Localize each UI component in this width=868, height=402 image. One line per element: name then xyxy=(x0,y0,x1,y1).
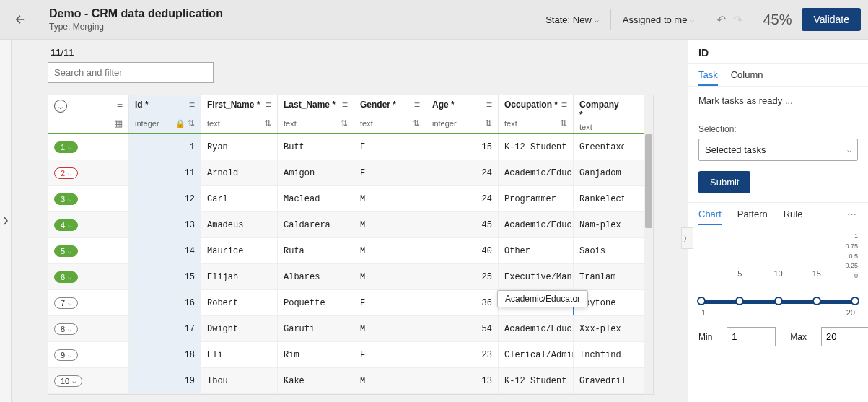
cell-age[interactable]: 25 xyxy=(426,264,499,289)
cell-occupation[interactable]: Other xyxy=(499,238,574,263)
cell-first-name[interactable]: Elijah xyxy=(201,264,278,289)
cell-occupation[interactable]: Programmer xyxy=(499,186,574,211)
status-pill[interactable]: 4 ⌵ xyxy=(54,219,78,231)
status-pill[interactable]: 8 ⌵ xyxy=(54,323,78,335)
status-pill[interactable]: 5 ⌵ xyxy=(54,245,78,257)
cell-company[interactable]: Tranlam xyxy=(574,264,624,289)
column-header-gender[interactable]: Gender *≡ text⇅ xyxy=(354,95,426,133)
slider-handle[interactable] xyxy=(774,297,783,305)
cell-gender[interactable]: M xyxy=(354,212,426,237)
cell-company[interactable]: Nam-plex xyxy=(574,212,624,237)
cell-last-name[interactable]: Rim xyxy=(278,342,354,367)
submit-button[interactable]: Submit xyxy=(698,171,750,193)
menu-icon[interactable]: ≡ xyxy=(486,100,492,110)
subtab-rule[interactable]: Rule xyxy=(784,209,803,225)
menu-icon[interactable]: ≡ xyxy=(189,100,195,110)
cell-last-name[interactable]: Garufi xyxy=(278,316,354,341)
menu-icon[interactable]: ≡ xyxy=(117,101,123,111)
undo-icon[interactable]: ↶ xyxy=(716,13,726,27)
row-selector[interactable]: 4 ⌵ xyxy=(48,212,129,237)
menu-icon[interactable]: ≡ xyxy=(414,100,420,110)
cell-age[interactable]: 40 xyxy=(426,238,499,263)
cell-id[interactable]: 15 xyxy=(129,264,201,289)
cell-id[interactable]: 17 xyxy=(129,316,201,341)
cell-id[interactable]: 14 xyxy=(129,238,201,263)
cell-gender[interactable]: M xyxy=(354,368,426,393)
cell-company[interactable]: Saois xyxy=(574,238,624,263)
cell-age[interactable]: 15 xyxy=(426,134,499,160)
menu-icon[interactable]: ≡ xyxy=(561,100,567,110)
cell-occupation[interactable]: K-12 Student xyxy=(499,368,574,393)
cell-id[interactable]: 19 xyxy=(129,368,201,393)
cell-age[interactable]: 13 xyxy=(426,368,499,393)
cell-gender[interactable]: F xyxy=(354,342,426,367)
cell-last-name[interactable]: Kaké xyxy=(278,368,354,393)
cell-first-name[interactable]: Eli xyxy=(201,342,278,367)
table-row[interactable]: 3 ⌵12CarlMacleadM24ProgrammerRankelect xyxy=(48,186,653,212)
cell-age[interactable]: 45 xyxy=(426,212,499,237)
cell-age[interactable]: 24 xyxy=(426,160,499,185)
table-row[interactable]: 6 ⌵15ElijahAlbaresM25Executive/Man...Tra… xyxy=(48,264,653,290)
cell-last-name[interactable]: Albares xyxy=(278,264,354,289)
table-row[interactable]: 4 ⌵13AmadeusCaldareraM45Academic/Educ...… xyxy=(48,212,653,238)
cell-occupation[interactable]: K-12 Student xyxy=(499,134,574,160)
row-selector[interactable]: 2 ⌵ xyxy=(48,160,129,185)
cell-company[interactable]: Xxx-plex xyxy=(574,316,624,341)
column-header-id[interactable]: Id *≡ integer🔒 ⇅ xyxy=(129,95,201,133)
sort-icon[interactable]: ⇅ xyxy=(560,118,567,128)
slider-handle[interactable] xyxy=(697,297,706,305)
subtab-pattern[interactable]: Pattern xyxy=(737,209,768,225)
cell-first-name[interactable]: Carl xyxy=(201,186,278,211)
slider-handle[interactable] xyxy=(812,297,821,305)
column-header-company[interactable]: Company * text xyxy=(574,95,624,133)
cell-occupation[interactable]: Academic/Educ... xyxy=(499,160,574,185)
row-selector[interactable]: 9 ⌵ xyxy=(48,342,129,367)
status-pill[interactable]: 3 ⌵ xyxy=(54,193,78,205)
slider-handle[interactable] xyxy=(735,297,744,305)
cell-occupation[interactable]: Academic/Educ... xyxy=(499,212,574,237)
cell-last-name[interactable]: Amigon xyxy=(278,160,354,185)
cell-gender[interactable]: F xyxy=(354,290,426,315)
cell-age[interactable]: 23 xyxy=(426,342,499,367)
selection-dropdown[interactable]: Selected tasks ⌵ xyxy=(698,139,858,161)
cell-gender[interactable]: M xyxy=(354,316,426,341)
row-selector[interactable]: 1 ⌵ xyxy=(48,134,129,160)
status-pill[interactable]: 1 ⌵ xyxy=(54,141,78,153)
status-pill[interactable]: 9 ⌵ xyxy=(54,349,78,361)
sort-icon[interactable]: ⇅ xyxy=(485,118,492,128)
row-selector[interactable]: 3 ⌵ xyxy=(48,186,129,211)
search-input[interactable] xyxy=(48,62,214,83)
column-header-occupation[interactable]: Occupation *≡ text⇅ xyxy=(499,95,574,133)
tab-column[interactable]: Column xyxy=(731,69,763,86)
cell-first-name[interactable]: Amadeus xyxy=(201,212,278,237)
cell-first-name[interactable]: Arnold xyxy=(201,160,278,185)
row-selector[interactable]: 7 ⌵ xyxy=(48,290,129,315)
column-header-age[interactable]: Age *≡ integer⇅ xyxy=(426,95,499,133)
status-pill[interactable]: 10 ⌵ xyxy=(54,375,82,387)
cell-age[interactable]: 36 xyxy=(426,290,499,315)
cell-company[interactable]: Ganjadom xyxy=(574,160,624,185)
sort-icon[interactable]: ⇅ xyxy=(341,118,348,128)
table-row[interactable]: 8 ⌵17DwightGarufiM54Academic/Educ...Xxx-… xyxy=(48,316,653,342)
cell-gender[interactable]: F xyxy=(354,160,426,185)
row-selector[interactable]: 10 ⌵ xyxy=(48,368,129,393)
left-panel-expand[interactable] xyxy=(0,40,12,402)
table-row[interactable]: 9 ⌵18EliRimF23Clerical/AdminInchfind xyxy=(48,342,653,368)
cell-company[interactable]: Gravedril xyxy=(574,368,624,393)
cell-first-name[interactable]: Dwight xyxy=(201,316,278,341)
sort-icon[interactable]: ⇅ xyxy=(264,118,271,128)
cell-first-name[interactable]: Ibou xyxy=(201,368,278,393)
status-pill[interactable]: 7 ⌵ xyxy=(54,297,78,309)
cell-last-name[interactable]: Poquette xyxy=(278,290,354,315)
validate-button[interactable]: Validate xyxy=(802,8,861,31)
cell-id[interactable]: 16 xyxy=(129,290,201,315)
cell-id[interactable]: 11 xyxy=(129,160,201,185)
range-slider[interactable]: 51015 1 20 xyxy=(688,282,868,320)
cell-id[interactable]: 12 xyxy=(129,186,201,211)
assigned-dropdown[interactable]: Assigned to me⌵ xyxy=(611,9,707,30)
cell-gender[interactable]: M xyxy=(354,264,426,289)
cell-occupation[interactable]: Academic/Educ... xyxy=(499,316,574,341)
right-panel-expand[interactable]: 〉 xyxy=(681,227,693,249)
cell-gender[interactable]: M xyxy=(354,238,426,263)
cell-id[interactable]: 13 xyxy=(129,212,201,237)
